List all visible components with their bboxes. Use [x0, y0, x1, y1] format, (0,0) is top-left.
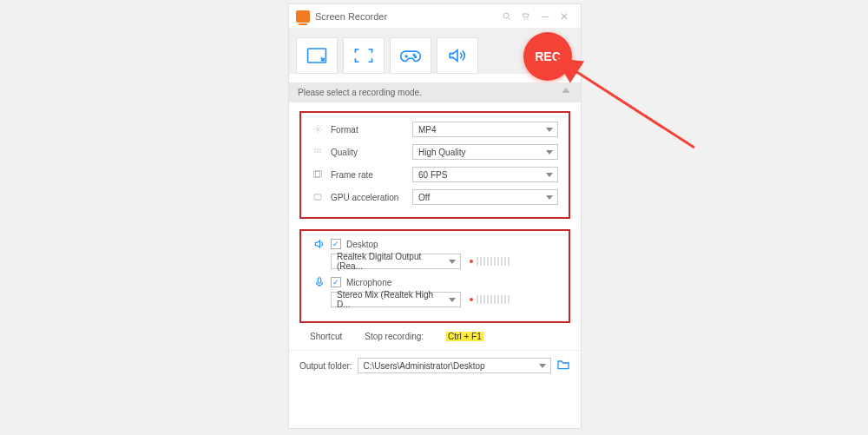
svg-line-1 [509, 17, 511, 20]
speaker-icon [312, 238, 327, 250]
format-select[interactable]: MP4 [412, 122, 558, 137]
desktop-audio-checkbox[interactable]: ✓ [331, 239, 341, 249]
collapse-up-icon[interactable] [562, 88, 570, 93]
framerate-label: Frame rate [331, 170, 412, 180]
gear-icon [312, 123, 324, 135]
svg-point-8 [315, 149, 316, 150]
record-button[interactable]: REC [523, 32, 572, 81]
app-title: Screen Recorder [315, 11, 387, 22]
svg-point-9 [318, 149, 319, 150]
svg-point-3 [527, 18, 529, 20]
video-settings-panel: Format MP4 Quality High Quality Frame ra… [299, 111, 570, 219]
microphone-checkbox[interactable]: ✓ [331, 277, 341, 287]
search-icon[interactable] [497, 7, 516, 26]
svg-point-12 [318, 152, 319, 153]
svg-point-0 [503, 13, 509, 18]
gpu-label: GPU acceleration [331, 193, 412, 202]
output-folder-label: Output folder: [299, 361, 352, 371]
desktop-device-select[interactable]: Realtek Digital Output (Rea... [331, 254, 461, 269]
mode-hint-text: Please select a recording mode. [298, 88, 422, 97]
gpu-icon [312, 191, 324, 203]
svg-point-13 [320, 152, 321, 153]
close-button[interactable]: ✕ [555, 7, 574, 26]
record-label: REC [535, 49, 561, 63]
minimize-button[interactable]: ─ [536, 7, 555, 26]
app-window: Screen Recorder ─ ✕ REC Please select a … [288, 3, 582, 429]
stop-recording-label: Stop recording: [365, 332, 424, 341]
svg-rect-17 [318, 278, 321, 283]
svg-point-5 [413, 54, 415, 56]
mode-fullscreen-button[interactable] [343, 37, 385, 74]
app-logo-icon [296, 10, 310, 23]
microphone-label: Microphone [346, 278, 391, 287]
framerate-icon [312, 168, 324, 181]
footer: Output folder: C:\Users\Administrator\De… [289, 350, 581, 380]
svg-point-10 [320, 149, 321, 150]
svg-point-2 [524, 18, 526, 20]
gpu-select[interactable]: Off [412, 189, 558, 205]
svg-point-6 [415, 56, 417, 58]
quality-select[interactable]: High Quality [412, 144, 558, 160]
framerate-select[interactable]: 60 FPS [412, 167, 558, 182]
svg-rect-16 [314, 194, 321, 200]
open-folder-button[interactable] [556, 359, 570, 372]
svg-point-7 [317, 129, 319, 131]
desktop-level-meter [470, 257, 510, 266]
mode-region-button[interactable] [296, 37, 338, 74]
svg-point-11 [315, 152, 316, 153]
titlebar: Screen Recorder ─ ✕ [289, 4, 581, 29]
mode-toolbar: REC [289, 29, 581, 74]
svg-line-18 [573, 69, 694, 148]
shortcut-label: Shortcut [310, 332, 342, 341]
audio-settings-panel: ✓ Desktop Realtek Digital Output (Rea...… [299, 229, 570, 323]
shortcut-keys: Ctrl + F1 [446, 332, 483, 341]
cart-icon[interactable] [516, 7, 536, 26]
microphone-icon [312, 276, 327, 288]
format-label: Format [331, 125, 412, 135]
output-folder-select[interactable]: C:\Users\Administrator\Desktop [358, 358, 551, 373]
desktop-audio-label: Desktop [346, 240, 378, 249]
quality-label: Quality [331, 148, 412, 157]
mode-game-button[interactable] [390, 37, 431, 74]
mode-audio-button[interactable] [437, 37, 478, 74]
mode-hint-bar: Please select a recording mode. [289, 82, 581, 102]
microphone-level-meter [470, 295, 510, 304]
quality-icon [312, 146, 324, 158]
shortcut-row: Shortcut Stop recording: Ctrl + F1 [289, 328, 581, 350]
microphone-device-select[interactable]: Stereo Mix (Realtek High D... [331, 292, 461, 307]
